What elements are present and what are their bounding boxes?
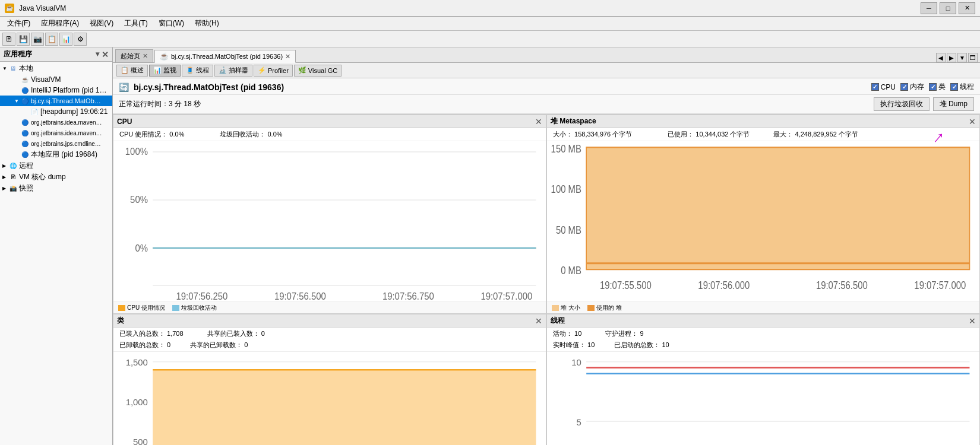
maven2-icon: 🔵 <box>20 128 30 138</box>
localapp-label: 本地应用 (pid 19684) <box>31 150 97 160</box>
tree-visualvm[interactable]: ☕ VisualVM <box>0 74 112 85</box>
tab-nav-down[interactable]: ▼ <box>957 53 967 62</box>
tree-local[interactable]: ▼ 🖥 本地 <box>0 63 112 74</box>
cpu-checkbox-label: CPU <box>881 83 896 91</box>
toolbar-btn-3[interactable]: 📷 <box>31 33 44 46</box>
memory-checkbox-label: 内存 <box>910 82 924 92</box>
charts-grid: CPU ✕ CPU 使用情况： 0.0% 垃圾回收活动： 0.0% <box>113 114 980 445</box>
sidebar-close-btn[interactable]: ✕ <box>102 50 109 59</box>
tab-nav-right[interactable]: ▶ <box>947 53 956 62</box>
checkbox-memory[interactable]: 内存 <box>900 82 924 92</box>
tab-start[interactable]: 起始页 ✕ <box>115 49 153 62</box>
svg-text:50 MB: 50 MB <box>556 224 581 236</box>
toolbar-btn-5[interactable]: 📊 <box>59 33 72 46</box>
menu-file[interactable]: 文件(F) <box>2 17 35 30</box>
tab-nav-maximize[interactable]: 🗖 <box>968 53 978 62</box>
heap-legend-label2: 使用的 堆 <box>596 304 622 312</box>
tab-start-close[interactable]: ✕ <box>143 52 148 60</box>
cpu-chart-legend: CPU 使用情况 垃圾回收活动 <box>113 301 546 313</box>
chk-threads <box>950 83 958 91</box>
svg-text:19:07:57.000: 19:07:57.000 <box>914 279 966 292</box>
svg-text:19:07:56.500: 19:07:56.500 <box>274 291 326 301</box>
heap-legend-item1: 堆 大小 <box>552 304 580 312</box>
tree-maven2[interactable]: 🔵 org.jetbrains.idea.maven.server.Remote… <box>0 128 112 138</box>
gc-button[interactable]: 执行垃圾回收 <box>874 97 930 111</box>
subtab-monitor[interactable]: 📊 监视 <box>149 65 181 77</box>
heap-chart-title: 堆 Metaspace <box>551 116 596 126</box>
cpu-chart-svg: 100% 50% 0% 19:07:56.250 19:07:56.500 19… <box>113 141 546 301</box>
tree-maven1[interactable]: 🔵 org.jetbrains.idea.maven.server.Remote… <box>0 117 112 128</box>
tree-vmcoredump[interactable]: ▶ 🖹 VM 核心 dump <box>0 171 112 183</box>
tab-matobjtest-icon: ☕ <box>160 52 169 61</box>
checkbox-threads[interactable]: 线程 <box>950 82 974 92</box>
tree-localapp[interactable]: 🔵 本地应用 (pid 19684) <box>0 149 112 160</box>
menu-view[interactable]: 视图(V) <box>85 17 118 30</box>
menu-app[interactable]: 应用程序(A) <box>36 17 84 30</box>
matobjtest-triangle: ▼ <box>14 98 20 104</box>
remote-label: 远程 <box>19 161 33 171</box>
remote-icon: 🌐 <box>8 161 18 171</box>
classes-chart-close[interactable]: ✕ <box>535 317 542 325</box>
cpu-chart-close[interactable]: ✕ <box>535 117 542 126</box>
threads-checkbox-label: 线程 <box>960 82 974 92</box>
heap-chart-panel: 堆 Metaspace ✕ 大小： 158,334,976 个字节 已使用： 1… <box>546 115 980 314</box>
svg-text:19:07:56.250: 19:07:56.250 <box>176 291 227 301</box>
heap-chart-body: 150 MB 100 MB 50 MB 0 MB 19:07:55.500 19… <box>547 141 979 301</box>
tab-start-label: 起始页 <box>121 52 140 61</box>
cpu-chart-stats: CPU 使用情况： 0.0% 垃圾回收活动： 0.0% <box>113 128 546 141</box>
checkbox-cpu[interactable]: CPU <box>871 83 896 91</box>
heap-chart-header: 堆 Metaspace ✕ <box>547 115 979 128</box>
toolbar-btn-6[interactable]: ⚙ <box>74 33 87 46</box>
subtab-threads[interactable]: 🧵 线程 <box>182 65 213 77</box>
classes-checkbox-label: 类 <box>938 82 946 92</box>
launcher-icon: 🔵 <box>20 139 30 148</box>
tab-matobjtest[interactable]: ☕ bj.cy.sj.Thread.MatObjTest (pid 19636)… <box>154 50 296 63</box>
close-button[interactable]: ✕ <box>959 2 975 14</box>
tree-snapshot[interactable]: ▶ 📸 快照 <box>0 183 112 194</box>
tab-nav-left[interactable]: ◀ <box>936 53 946 62</box>
subtab-overview[interactable]: 📋 概述 <box>116 65 148 77</box>
tree-heapdump[interactable]: 📄 [heapdump] 19:06:21 <box>0 106 112 117</box>
menu-bar: 文件(F) 应用程序(A) 视图(V) 工具(T) 窗口(W) 帮助(H) <box>0 17 980 31</box>
subtab-profiler[interactable]: ⚡ Profiler <box>254 65 293 77</box>
svg-text:5: 5 <box>577 417 581 427</box>
vmcoredump-icon: 🖹 <box>8 173 18 182</box>
menu-help[interactable]: 帮助(H) <box>190 17 224 30</box>
monitor-page: 🔄 bj.cy.sj.Thread.MatObjTest (pid 19636)… <box>113 78 980 445</box>
heap-legend-color2 <box>587 305 595 311</box>
svg-text:1,000: 1,000 <box>126 398 148 408</box>
cpu-legend-color1 <box>118 305 125 311</box>
monitor-checkboxes: CPU 内存 类 线程 <box>871 82 974 92</box>
threads-chart-body: 10 5 0 19:07:55.500 19:07:56.000 19:07:5… <box>547 352 979 445</box>
heap-legend-color1 <box>552 305 559 311</box>
subtab-sampler[interactable]: 🔬 抽样器 <box>214 65 252 77</box>
classes-shared-loaded: 共享的已装入数： 0 <box>207 329 265 338</box>
heap-legend-item2: 使用的 堆 <box>587 304 622 312</box>
tree-intellij[interactable]: 🔵 IntelliJ Platform (pid 17016) <box>0 85 112 96</box>
subtab-visualgc[interactable]: 🌿 Visual GC <box>294 65 342 77</box>
subtab-profiler-icon: ⚡ <box>258 66 266 74</box>
toolbar-btn-4[interactable]: 📋 <box>45 33 58 46</box>
sidebar-collapse-btn[interactable]: ▾ <box>96 50 99 59</box>
checkbox-classes[interactable]: 类 <box>929 82 946 92</box>
classes-chart-title: 类 <box>117 316 124 326</box>
svg-text:0 MB: 0 MB <box>561 265 581 277</box>
tree-launcher[interactable]: 🔵 org.jetbrains.jps.cmdline.Launcher (pi… <box>0 138 112 149</box>
toolbar-btn-2[interactable]: 💾 <box>17 33 30 46</box>
threads-daemon: 守护进程： 9 <box>605 329 643 338</box>
minimize-button[interactable]: ─ <box>921 2 937 14</box>
menu-window[interactable]: 窗口(W) <box>154 17 189 30</box>
toolbar-btn-1[interactable]: 🖹 <box>2 33 15 46</box>
svg-text:19:07:55.500: 19:07:55.500 <box>600 279 652 292</box>
heap-chart-close[interactable]: ✕ <box>969 117 976 126</box>
threads-chart-close[interactable]: ✕ <box>969 317 976 325</box>
heapdump-button[interactable]: 堆 Dump <box>933 97 974 111</box>
content-area: 起始页 ✕ ☕ bj.cy.sj.Thread.MatObjTest (pid … <box>113 47 980 445</box>
menu-tools[interactable]: 工具(T) <box>119 17 152 30</box>
tree-matobjtest[interactable]: ▼ 🔵 bj.cy.sj.Thread.MatObjTest (pid 1963… <box>0 96 112 106</box>
maximize-button[interactable]: □ <box>940 2 956 14</box>
threads-active: 活动： 10 <box>553 329 581 338</box>
svg-text:0%: 0% <box>135 243 148 253</box>
tree-remote[interactable]: ▶ 🌐 远程 <box>0 160 112 171</box>
tab-matobjtest-close[interactable]: ✕ <box>285 53 290 61</box>
